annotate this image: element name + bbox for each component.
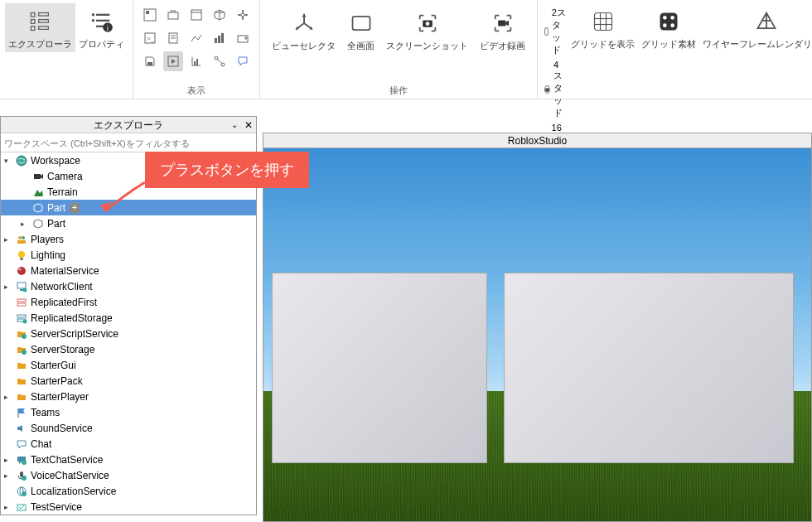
ribbon-toolbar: エクスプローラ i プロパティ >_ 表示	[0, 0, 812, 99]
svg-point-46	[663, 16, 667, 20]
svg-rect-1	[38, 13, 48, 17]
tree-item-serverscript[interactable]: ServerScriptService	[1, 326, 256, 341]
output-icon[interactable]: >_	[140, 28, 160, 48]
chart-icon[interactable]	[210, 28, 230, 48]
tree-item-replicatedfirst[interactable]: ReplicatedFirst	[1, 294, 256, 310]
tree-item-starterpack[interactable]: StarterPack	[1, 373, 256, 389]
svg-rect-60	[20, 289, 23, 291]
network-icon	[15, 280, 28, 293]
window-icon[interactable]	[186, 5, 206, 25]
toolbox-icon[interactable]	[163, 5, 183, 25]
svg-rect-54	[17, 240, 26, 244]
sparkle-icon[interactable]	[233, 5, 253, 25]
svg-point-9	[91, 13, 94, 17]
stud-2-radio[interactable]: 2スタッド	[544, 7, 566, 56]
svg-rect-36	[352, 17, 370, 30]
properties-button-label: プロパティ	[79, 38, 124, 51]
tree-item-starterplayer[interactable]: ▸StarterPlayer	[1, 389, 256, 404]
svg-text:i: i	[107, 25, 109, 32]
tree-item-serverstorage[interactable]: ServerStorage	[1, 341, 256, 357]
viewport-container: RobloxStudio	[263, 133, 812, 522]
tree-item-network[interactable]: ▸NetworkClient	[1, 278, 256, 294]
graph-icon[interactable]	[210, 51, 230, 71]
svg-rect-24	[218, 36, 220, 43]
video-button[interactable]: ビデオ録画	[476, 5, 529, 54]
svg-rect-56	[20, 258, 23, 260]
view-icon-grid: >_	[138, 3, 254, 73]
list-icon: i	[89, 8, 115, 35]
fullscreen-button[interactable]: 全画面	[344, 5, 378, 54]
tree-item-lighting[interactable]: Lighting	[1, 247, 256, 263]
folder-icon	[15, 343, 28, 356]
globe-small-icon	[15, 485, 28, 498]
svg-rect-16	[191, 10, 201, 20]
floppy-icon[interactable]	[140, 51, 160, 71]
svg-point-70	[22, 460, 27, 465]
chat-bubble-icon[interactable]	[233, 51, 253, 71]
svg-rect-3	[38, 20, 48, 23]
tree-item-chat[interactable]: Chat	[1, 436, 256, 452]
mountain-icon	[31, 186, 45, 199]
tree-item-sound[interactable]: SoundService	[1, 420, 256, 436]
stud-4-radio[interactable]: 4スタッド	[544, 60, 566, 119]
viewport-title: RobloxStudio	[263, 133, 811, 148]
svg-point-72	[22, 476, 27, 481]
test-icon	[15, 500, 28, 514]
svg-rect-27	[147, 62, 152, 65]
add-child-button[interactable]: +	[69, 202, 80, 214]
tree-item-material[interactable]: MaterialService	[1, 263, 256, 278]
svg-point-48	[663, 23, 667, 27]
tree-item-startergui[interactable]: StarterGui	[1, 357, 256, 373]
tree-item-voicechat[interactable]: ▸VoiceChatService	[1, 467, 256, 483]
asset-manager-icon[interactable]	[140, 5, 160, 25]
svg-rect-4	[31, 27, 35, 31]
screenshot-button[interactable]: スクリーンショット	[383, 5, 471, 54]
svg-rect-51	[34, 174, 41, 179]
play-icon[interactable]	[163, 51, 183, 71]
svg-rect-45	[660, 13, 678, 31]
properties-button[interactable]: i プロパティ	[75, 3, 128, 52]
sound-icon	[15, 422, 28, 435]
axis-icon	[291, 10, 317, 36]
svg-rect-15	[168, 12, 178, 19]
storage-icon	[15, 312, 28, 325]
script-icon[interactable]	[163, 28, 183, 48]
players-icon	[15, 233, 28, 246]
tree-item-players[interactable]: ▸Players	[1, 231, 256, 247]
svg-rect-40	[594, 13, 611, 31]
tree-item-localization[interactable]: LocalizationService	[1, 483, 256, 499]
svg-rect-14	[146, 11, 149, 14]
tree-item-textchat[interactable]: ▸TextChatService	[1, 452, 256, 467]
svg-rect-64	[17, 315, 26, 317]
tree-item-testservice[interactable]: ▸TestService	[1, 499, 256, 515]
explorer-panel-title: エクスプローラ ⌄ ✕	[1, 117, 256, 133]
svg-rect-2	[31, 20, 35, 24]
tree-item-replicatedstorage[interactable]: ReplicatedStorage	[1, 310, 256, 326]
folder-icon	[15, 375, 28, 388]
view-group-label: 表示	[187, 85, 205, 97]
svg-point-38	[425, 22, 429, 26]
cube-icon[interactable]	[210, 5, 230, 25]
bulb-icon	[15, 249, 28, 262]
chat-icon	[15, 437, 28, 451]
svg-point-10	[91, 19, 94, 22]
svg-rect-5	[38, 27, 48, 30]
terrain-icon[interactable]	[186, 28, 206, 48]
tree-item-teams[interactable]: Teams	[1, 404, 256, 420]
bar-chart-icon[interactable]	[186, 51, 206, 71]
view-selector-button[interactable]: ビューセレクタ	[268, 5, 339, 54]
explorer-button[interactable]: エクスプローラ	[5, 3, 75, 52]
svg-text:>_: >_	[147, 35, 155, 42]
explorer-filter-input[interactable]	[4, 138, 253, 148]
svg-point-47	[671, 16, 675, 20]
3d-viewport[interactable]	[263, 148, 811, 521]
pin-icon[interactable]: ⌄	[231, 117, 238, 133]
explorer-button-label: エクスプローラ	[8, 38, 72, 51]
folder-icon	[15, 359, 28, 372]
part-block	[504, 273, 794, 463]
svg-point-55	[18, 251, 25, 258]
svg-rect-39	[498, 21, 505, 27]
close-icon[interactable]: ✕	[244, 117, 253, 133]
folder-arrow-icon[interactable]	[233, 28, 253, 48]
svg-line-35	[217, 59, 222, 64]
